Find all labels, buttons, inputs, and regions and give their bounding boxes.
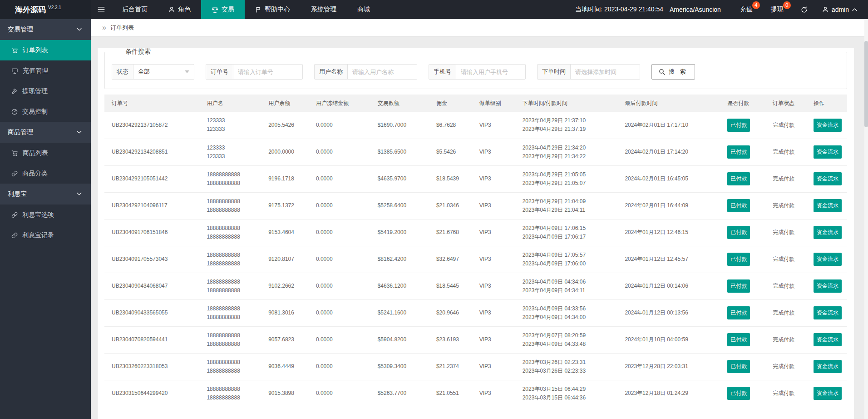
cell-commission: $21.0551 xyxy=(429,380,472,407)
cell-amount: $4635.9700 xyxy=(370,165,429,192)
sidebar-item-充值管理[interactable]: 充值管理 xyxy=(0,60,91,81)
search-panel-legend: 条件搜索 xyxy=(121,48,155,56)
refresh-icon xyxy=(801,6,808,13)
sidebar-toggle-button[interactable] xyxy=(91,0,112,19)
paid-badge: 已付款 xyxy=(727,145,750,159)
nav-tab-交易[interactable]: 交易 xyxy=(201,0,245,19)
fund-flow-button[interactable]: 资金流水 xyxy=(814,172,842,185)
cell-order-no: UB2304091705573043 xyxy=(104,246,199,273)
paid-badge: 已付款 xyxy=(727,333,750,346)
chevron-up-icon xyxy=(852,8,857,11)
sidebar-group-利息宝[interactable]: 利息宝 xyxy=(0,184,91,205)
cell-username: 1888888888818888888888 xyxy=(199,219,261,246)
breadcrumb-label: 订单列表 xyxy=(110,24,134,32)
nav-tab-系统管理[interactable]: 系统管理 xyxy=(301,0,347,19)
fund-flow-button[interactable]: 资金流水 xyxy=(814,360,842,373)
column-header: 交易数额 xyxy=(370,95,429,112)
refresh-button[interactable] xyxy=(793,0,816,19)
cell-action: 资金流水 xyxy=(806,380,847,407)
cell-level: VIP3 xyxy=(472,326,515,353)
cell-last-pay-time: 2024年02月01日 17:14:20 xyxy=(617,139,720,165)
sidebar-item-利息宝选项[interactable]: 利息宝选项 xyxy=(0,205,91,225)
fund-flow-button[interactable]: 资金流水 xyxy=(814,226,842,239)
cell-level: VIP3 xyxy=(472,139,515,165)
cell-amount: $4636.1200 xyxy=(370,273,429,299)
cell-balance: 9196.1718 xyxy=(261,165,309,192)
status-filter-label: 状态 xyxy=(112,65,133,79)
cell-action: 资金流水 xyxy=(806,219,847,246)
cell-order-status: 完成付款 xyxy=(765,299,806,326)
sidebar-item-商品分类[interactable]: 商品分类 xyxy=(0,163,91,184)
withdraw-button[interactable]: 提现 0 xyxy=(762,0,793,19)
paid-badge: 已付款 xyxy=(727,172,750,185)
cell-amount: $5241.1600 xyxy=(370,299,429,326)
username-input[interactable] xyxy=(348,65,417,79)
search-button-label: 搜 索 xyxy=(669,68,688,76)
sidebar: 交易管理订单列表充值管理提现管理交易控制商品管理商品列表商品分类利息宝利息宝选项… xyxy=(0,19,91,419)
sidebar-group-交易管理[interactable]: 交易管理 xyxy=(0,19,91,40)
cell-frozen: 0.0000 xyxy=(309,139,370,165)
vertical-scrollbar[interactable] xyxy=(864,19,868,419)
cell-commission: $5.5426 xyxy=(429,139,472,165)
search-icon xyxy=(659,69,665,75)
recharge-button[interactable]: 充值 4 xyxy=(731,0,762,19)
sidebar-item-交易控制[interactable]: 交易控制 xyxy=(0,101,91,122)
nav-tab-商城[interactable]: 商城 xyxy=(347,0,380,19)
fund-flow-button[interactable]: 资金流水 xyxy=(814,145,842,159)
cell-order-no: UB2304292105051442 xyxy=(104,165,199,192)
phone-filter-label: 手机号 xyxy=(429,65,456,79)
sidebar-group-商品管理[interactable]: 商品管理 xyxy=(0,122,91,143)
nav-tab-角色[interactable]: 角色 xyxy=(158,0,201,19)
content-card: 条件搜索 状态 全部 订单号 用户名称 xyxy=(98,48,854,419)
search-button[interactable]: 搜 索 xyxy=(651,64,695,80)
cell-username: 1888888888818888888888 xyxy=(199,353,261,380)
fund-flow-button[interactable]: 资金流水 xyxy=(814,333,842,346)
cell-username: 1888888888818888888888 xyxy=(199,192,261,219)
cell-username: 1888888888818888888888 xyxy=(199,326,261,353)
cell-frozen: 0.0000 xyxy=(309,219,370,246)
scrollbar-thumb[interactable] xyxy=(864,41,868,127)
paid-badge: 已付款 xyxy=(727,226,750,239)
scales-icon xyxy=(212,6,218,13)
status-select[interactable]: 全部 xyxy=(133,65,194,79)
fund-flow-button[interactable]: 资金流水 xyxy=(814,199,842,212)
fund-flow-button[interactable]: 资金流水 xyxy=(814,306,842,319)
cell-balance: 9081.3016 xyxy=(261,299,309,326)
table-row: UB23040917055730431888888888818888888888… xyxy=(104,246,847,273)
order-no-input[interactable] xyxy=(233,65,302,79)
sidebar-item-label: 商品列表 xyxy=(23,149,48,157)
cell-level: VIP3 xyxy=(472,299,515,326)
fund-flow-button[interactable]: 资金流水 xyxy=(814,387,842,400)
order-no-filter-label: 订单号 xyxy=(206,65,233,79)
cell-paid: 已付款 xyxy=(720,112,765,139)
local-time-label: 当地时间: 2023-04-29 21:40:54 xyxy=(575,5,663,14)
cell-paid: 已付款 xyxy=(720,165,765,192)
cell-level: VIP3 xyxy=(472,112,515,139)
brand-version: V2.2.1 xyxy=(48,5,61,10)
nav-tab-label: 帮助中心 xyxy=(265,5,290,14)
cell-last-pay-time: 2024年01月10日 04:00:59 xyxy=(617,326,720,353)
sidebar-item-订单列表[interactable]: 订单列表 xyxy=(0,40,91,60)
cell-level: VIP3 xyxy=(472,192,515,219)
sidebar-item-提现管理[interactable]: 提现管理 xyxy=(0,81,91,101)
sidebar-item-label: 利息宝选项 xyxy=(22,211,54,219)
cell-commission: $20.9646 xyxy=(429,299,472,326)
user-menu[interactable]: admin xyxy=(816,0,868,19)
sidebar-item-利息宝记录[interactable]: 利息宝记录 xyxy=(0,225,91,245)
nav-tab-帮助中心[interactable]: 帮助中心 xyxy=(245,0,301,19)
cell-frozen: 0.0000 xyxy=(309,246,370,273)
username-filter-label: 用户名称 xyxy=(315,65,348,79)
nav-tab-后台首页[interactable]: 后台首页 xyxy=(112,0,158,19)
cell-paid: 已付款 xyxy=(720,219,765,246)
order-time-input[interactable] xyxy=(571,65,640,79)
phone-input[interactable] xyxy=(456,65,525,79)
chevron-down-icon xyxy=(77,28,82,31)
cell-order-time: 2023年03月15日 06:44:292023年03月15日 06:44:36 xyxy=(515,380,618,407)
sidebar-item-商品列表[interactable]: 商品列表 xyxy=(0,143,91,163)
cell-order-time: 2023年04月09日 17:06:152023年04月09日 17:06:17 xyxy=(515,219,618,246)
nav-tab-label: 角色 xyxy=(178,5,191,14)
fund-flow-button[interactable]: 资金流水 xyxy=(814,253,842,266)
fund-flow-button[interactable]: 资金流水 xyxy=(814,279,842,293)
column-header: 用户名 xyxy=(199,95,261,112)
fund-flow-button[interactable]: 资金流水 xyxy=(814,119,842,132)
